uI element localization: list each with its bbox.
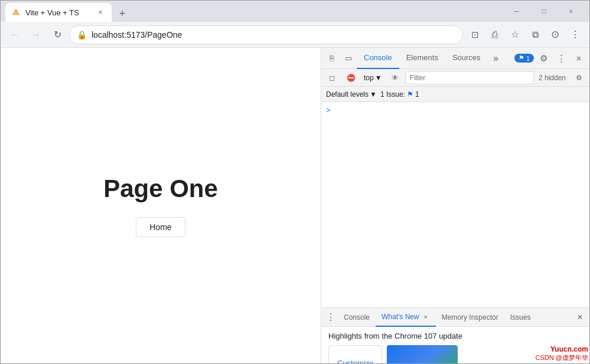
default-levels-selector[interactable]: Default levels ▼ <box>326 90 377 99</box>
issue-icon: ⚑ <box>519 54 524 62</box>
more-tabs-button[interactable]: » <box>488 50 504 67</box>
levels-chevron-icon: ▼ <box>370 90 377 99</box>
bottom-panel-content: Highlights from the Chrome 107 update Cu… <box>321 327 589 363</box>
eye-button[interactable]: 👁 <box>387 70 403 86</box>
forward-button[interactable]: → <box>27 25 45 44</box>
devtools-second-toolbar: ◻ ⛔ top ▼ 👁 2 hidden ⚙ <box>321 69 589 87</box>
hidden-badge: 2 hidden <box>536 74 568 82</box>
bottom-tabs: ⋮ Console What's New × Memory Inspector … <box>321 308 589 327</box>
address-bar[interactable]: 🔒 localhost:5173/PageOne <box>69 25 463 44</box>
clear-icon: ⛔ <box>347 74 356 82</box>
back-icon: ← <box>10 29 19 40</box>
bottom-tab-console[interactable]: Console <box>338 308 376 327</box>
device-icon: ▭ <box>345 54 352 63</box>
watermark-sub: CSDN @虚梦年华 <box>536 353 588 362</box>
new-tab-button[interactable]: + <box>114 5 131 22</box>
profile-button[interactable]: ⊙ <box>546 25 565 44</box>
issue-count-icon: ⚑ <box>407 90 413 99</box>
devtools-third-toolbar: Default levels ▼ 1 Issue: ⚑ 1 <box>321 87 589 102</box>
maximize-button[interactable]: □ <box>530 1 558 22</box>
devtools-top-toolbar: ⎘ ▭ Console Elements Sources » <box>321 48 589 69</box>
bottom-tab-issues[interactable]: Issues <box>504 308 537 327</box>
page-title: Page One <box>103 175 218 203</box>
refresh-icon: ↻ <box>54 29 61 40</box>
devtools-close-button[interactable]: × <box>571 50 587 67</box>
star-icon: ☆ <box>511 29 519 40</box>
share-icon: ⎙ <box>492 29 498 40</box>
address-text: localhost:5173/PageOne <box>92 30 455 40</box>
customize-button[interactable]: Customize <box>328 345 382 363</box>
eye-icon: 👁 <box>392 74 399 82</box>
gear-icon: ⚙ <box>576 74 582 82</box>
cast-icon: ⊡ <box>471 29 479 40</box>
tab-favicon <box>11 8 21 17</box>
bottom-tab-whats-new[interactable]: What's New × <box>376 308 436 327</box>
nav-right-icons: ⊡ ⎙ ☆ ⧉ ⊙ ⋮ <box>465 25 585 44</box>
tab-sources[interactable]: Sources <box>445 48 488 69</box>
minimize-button[interactable]: ─ <box>503 1 530 22</box>
devtools-more-button[interactable]: ⋮ <box>553 50 569 67</box>
close-icon: × <box>576 53 582 63</box>
device-mode-button[interactable]: ▭ <box>340 50 357 67</box>
tab-strip: Vite + Vue + TS × + <box>5 1 503 22</box>
bottom-tab-whats-new-close[interactable]: × <box>422 313 430 321</box>
cast-button[interactable]: ⊡ <box>465 25 484 44</box>
bookmark-button[interactable]: ☆ <box>506 25 524 44</box>
lock-icon: 🔒 <box>77 30 87 40</box>
back-button[interactable]: ← <box>5 25 24 44</box>
devtools-settings-button[interactable]: ⚙ <box>535 50 552 67</box>
context-selector[interactable]: top ▼ <box>361 73 384 83</box>
tab-elements[interactable]: Elements <box>399 48 445 69</box>
tab-label: Vite + Vue + TS <box>25 8 79 17</box>
menu-icon: ⋮ <box>571 29 580 40</box>
extensions-button[interactable]: ⧉ <box>526 25 545 44</box>
nav-bar: ← → ↻ 🔒 localhost:5173/PageOne ⊡ ⎙ ☆ ⧉ <box>1 22 589 48</box>
window-controls: ─ □ × <box>503 1 585 22</box>
issue-count: 1 Issue: ⚑ 1 <box>380 90 419 99</box>
home-button[interactable]: Home <box>136 217 185 237</box>
share-button[interactable]: ⎙ <box>485 25 504 44</box>
close-button[interactable]: × <box>558 1 585 22</box>
watermark: Yuucn.com CSDN @虚梦年华 <box>536 345 588 362</box>
sidebar-icon: ◻ <box>329 74 335 82</box>
console-filter-input[interactable] <box>406 71 534 84</box>
active-tab[interactable]: Vite + Vue + TS × <box>5 3 112 22</box>
sidebar-toggle-button[interactable]: ◻ <box>324 70 340 86</box>
bottom-close-icon: × <box>577 312 582 323</box>
browser-window: Vite + Vue + TS × + ─ □ × ← → ↻ <box>0 0 590 364</box>
chevron-down-icon: ▼ <box>375 74 382 82</box>
more-icon: ⋮ <box>557 53 566 64</box>
devtools-panel: ⎘ ▭ Console Elements Sources » <box>321 48 589 363</box>
bottom-panel-close-button[interactable]: × <box>573 310 587 324</box>
inspect-icon: ⎘ <box>330 54 334 63</box>
web-page: Page One Home <box>1 48 321 363</box>
inspect-element-button[interactable]: ⎘ <box>324 50 340 67</box>
bottom-tab-memory-inspector[interactable]: Memory Inspector <box>436 308 504 327</box>
forward-icon: → <box>31 29 41 40</box>
clear-console-button[interactable]: ⛔ <box>343 70 359 86</box>
chrome-image <box>387 345 458 363</box>
console-prompt[interactable]: > <box>321 104 589 116</box>
tab-console[interactable]: Console <box>357 48 399 69</box>
devtools-console: > <box>321 102 589 307</box>
highlights-text: Highlights from the Chrome 107 update <box>328 332 582 340</box>
settings-icon: ⚙ <box>540 53 547 64</box>
tab-close-button[interactable]: × <box>95 7 106 18</box>
puzzle-icon: ⧉ <box>532 29 539 40</box>
devtools-right-controls: ⚑ 1 ⚙ ⋮ × <box>514 50 587 67</box>
watermark-main: Yuucn.com <box>536 345 588 353</box>
content-area: Page One Home ⎘ ▭ Console Elements <box>1 48 589 363</box>
issue-badge[interactable]: ⚑ 1 <box>514 54 534 63</box>
menu-button[interactable]: ⋮ <box>566 25 585 44</box>
bottom-menu-icon: ⋮ <box>326 311 335 323</box>
devtools-tabs: Console Elements Sources » <box>357 48 514 69</box>
console-settings-button[interactable]: ⚙ <box>571 70 587 86</box>
profile-icon: ⊙ <box>551 28 559 41</box>
devtools-bottom-panel: ⋮ Console What's New × Memory Inspector … <box>321 307 589 363</box>
title-bar: Vite + Vue + TS × + ─ □ × <box>1 1 589 22</box>
refresh-button[interactable]: ↻ <box>48 25 67 44</box>
bottom-menu-button[interactable]: ⋮ <box>324 310 338 324</box>
